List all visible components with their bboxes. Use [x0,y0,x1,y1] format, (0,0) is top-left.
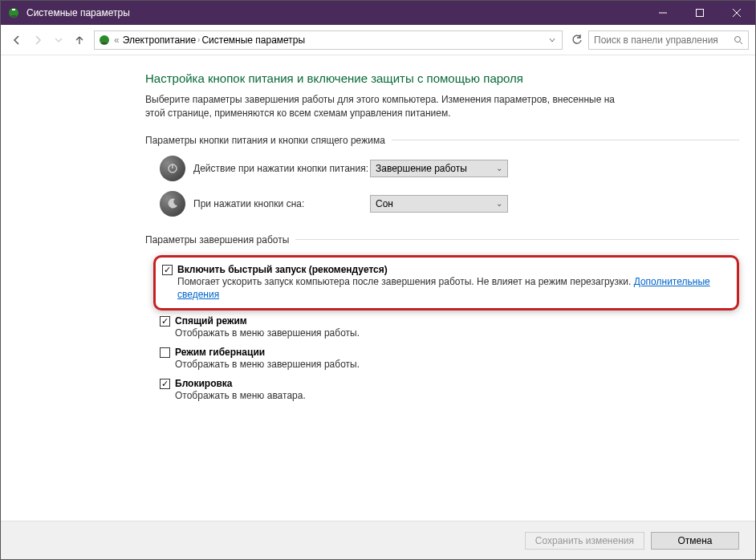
close-button[interactable] [718,1,755,25]
sleep-button-label: При нажатии кнопки сна: [193,198,370,209]
sleep-button-row: При нажатии кнопки сна: Сон ⌄ [145,191,739,217]
svg-rect-1 [12,9,15,10]
up-button[interactable] [70,30,89,50]
sleep-mode-desc: Отображать в меню завершения работы. [175,327,739,340]
sleep-icon [160,191,185,217]
sleep-button-value: Сон [376,198,393,209]
fast-startup-title: Включить быстрый запуск (рекомендуется) [177,264,717,275]
content-area: Настройка кнопок питания и включение защ… [1,55,755,521]
address-bar[interactable]: « Электропитание › Системные параметры [94,30,563,50]
power-button-row: Действие при нажатии кнопки питания: Зав… [145,156,739,181]
sleep-mode-title: Спящий режим [175,315,739,327]
breadcrumb-item-1[interactable]: Электропитание [123,34,196,46]
address-dropdown[interactable] [546,37,559,43]
sleep-mode-checkbox[interactable] [160,316,170,327]
maximize-button[interactable] [681,1,718,25]
svg-rect-2 [11,15,16,17]
page-description: Выберите параметры завершения работы для… [145,93,627,120]
hibernation-desc: Отображать в меню завершения работы. [175,358,739,371]
save-button[interactable]: Сохранить изменения [525,532,644,550]
power-button-label: Действие при нажатии кнопки питания: [193,163,370,174]
lock-title: Блокировка [175,378,739,389]
search-input[interactable] [594,34,734,46]
section-header-shutdown: Параметры завершения работы [145,234,739,246]
footer: Сохранить изменения Отмена [1,521,755,559]
address-icon [98,34,111,47]
titlebar: Системные параметры [1,1,755,25]
sleep-button-dropdown[interactable]: Сон ⌄ [370,195,508,213]
hibernation-title: Режим гибернации [175,347,739,358]
page-title: Настройка кнопок питания и включение защ… [145,71,739,85]
lock-desc: Отображать в меню аватара. [175,389,739,403]
section-header-buttons: Параметры кнопки питания и кнопки спящег… [145,135,739,146]
forward-button[interactable] [28,30,47,50]
svg-point-9 [735,36,741,42]
search-box[interactable] [588,30,749,50]
power-button-dropdown[interactable]: Завершение работы ⌄ [370,160,508,177]
fast-startup-desc: Помогает ускорить запуск компьютера посл… [177,275,717,302]
chevron-right-icon: › [197,35,200,44]
highlighted-option: Включить быстрый запуск (рекомендуется) … [153,255,739,311]
power-icon [160,156,185,181]
chevron-down-icon: ⌄ [496,164,502,172]
recent-locations-button[interactable] [49,30,68,50]
fast-startup-checkbox[interactable] [162,265,173,275]
navbar: « Электропитание › Системные параметры [1,25,755,55]
search-icon [734,35,743,45]
cancel-button[interactable]: Отмена [651,532,739,550]
minimize-button[interactable] [644,1,681,25]
svg-rect-8 [102,43,107,44]
power-button-value: Завершение работы [376,163,467,174]
lock-checkbox[interactable] [160,379,170,389]
refresh-button[interactable] [567,30,587,50]
breadcrumb-item-2[interactable]: Системные параметры [201,34,305,46]
chevron-down-icon: ⌄ [496,199,502,208]
hibernation-checkbox[interactable] [160,347,170,358]
svg-rect-4 [697,10,704,17]
window-title: Системные параметры [26,7,644,18]
app-icon [7,6,20,19]
breadcrumb-prefix: « [114,34,120,46]
svg-line-10 [740,42,742,44]
back-button[interactable] [7,30,26,50]
